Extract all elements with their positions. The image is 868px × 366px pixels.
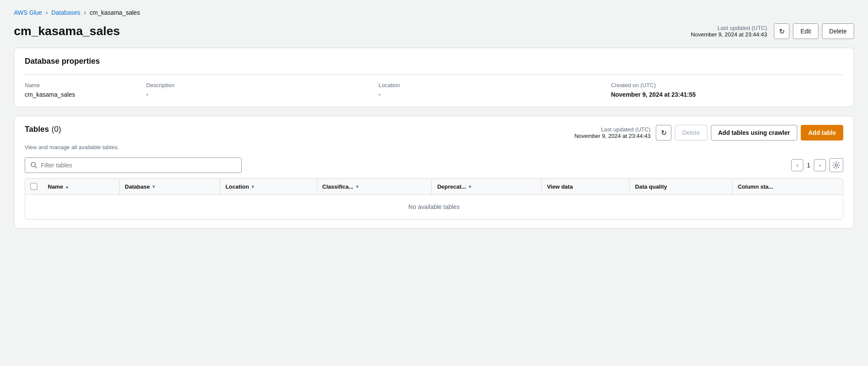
col-deprecated-sort-icon: ▼ bbox=[468, 184, 472, 189]
table-settings-button[interactable] bbox=[829, 158, 843, 172]
header-delete-button[interactable]: Delete bbox=[822, 23, 854, 39]
page-title: cm_kasama_sales bbox=[14, 24, 120, 38]
tables-card: Tables (0) Last updated (UTC) November 9… bbox=[14, 116, 854, 229]
prop-location-value: - bbox=[378, 91, 600, 98]
prop-name-label: Name bbox=[25, 82, 136, 88]
header-actions: Last updated (UTC) November 9, 2024 at 2… bbox=[691, 23, 854, 39]
table-select-all-cell[interactable] bbox=[25, 179, 43, 195]
tables-actions: Last updated (UTC) November 9, 2024 at 2… bbox=[574, 125, 843, 141]
col-classification-label: Classifica... bbox=[322, 183, 354, 190]
col-viewdata-label: View data bbox=[547, 183, 573, 190]
prop-description-col: Description - bbox=[146, 82, 378, 98]
col-database[interactable]: Database ▼ bbox=[119, 179, 220, 195]
tables-subtitle: View and manage all available tables. bbox=[25, 144, 843, 150]
search-row: ‹ 1 › bbox=[25, 157, 843, 173]
header-last-updated: Last updated (UTC) November 9, 2024 at 2… bbox=[691, 25, 767, 38]
search-input[interactable] bbox=[41, 162, 236, 169]
col-name-label: Name bbox=[48, 183, 63, 190]
col-columnstats-label: Column sta... bbox=[738, 183, 773, 190]
breadcrumb-aws-glue-link[interactable]: AWS Glue bbox=[14, 9, 42, 16]
table-header-row: Name ▲ Database ▼ Locati bbox=[25, 179, 843, 195]
pagination-prev-button[interactable]: ‹ bbox=[791, 159, 803, 171]
search-icon bbox=[30, 162, 37, 169]
tables-last-updated-value: November 9, 2024 at 23:44:43 bbox=[574, 133, 651, 139]
select-all-checkbox[interactable] bbox=[30, 183, 37, 190]
col-columnstats: Column sta... bbox=[732, 179, 843, 195]
properties-grid: Name cm_kasama_sales Description - Locat… bbox=[25, 75, 843, 98]
col-database-sort-icon: ▼ bbox=[151, 184, 156, 189]
prop-created-label: Created on (UTC) bbox=[611, 82, 833, 88]
col-location-sort-icon: ▼ bbox=[251, 184, 255, 189]
prop-name-value: cm_kasama_sales bbox=[25, 91, 136, 98]
col-deprecated-label: Deprecat... bbox=[437, 183, 466, 190]
gear-icon bbox=[832, 161, 840, 169]
col-name[interactable]: Name ▲ bbox=[43, 179, 119, 195]
col-classification[interactable]: Classifica... ▼ bbox=[317, 179, 432, 195]
tables-count: (0) bbox=[52, 125, 61, 134]
tables-card-header: Tables (0) Last updated (UTC) November 9… bbox=[25, 125, 843, 141]
col-dataquality: Data quality bbox=[630, 179, 733, 195]
prop-created-col: Created on (UTC) November 9, 2024 at 23:… bbox=[611, 82, 843, 98]
breadcrumb-separator-2: › bbox=[84, 9, 86, 16]
pagination-controls: ‹ 1 › bbox=[791, 158, 843, 172]
col-viewdata: View data bbox=[542, 179, 630, 195]
breadcrumb-current: cm_kasama_sales bbox=[89, 9, 140, 16]
header-last-updated-label: Last updated (UTC) bbox=[691, 25, 767, 31]
col-name-sort-asc-icon: ▲ bbox=[65, 184, 69, 189]
col-location-label: Location bbox=[225, 183, 249, 190]
tables-title: Tables bbox=[25, 125, 49, 134]
col-database-label: Database bbox=[125, 183, 150, 190]
breadcrumb-databases-link[interactable]: Databases bbox=[51, 9, 80, 16]
refresh-icon: ↻ bbox=[779, 27, 785, 36]
col-dataquality-label: Data quality bbox=[635, 183, 667, 190]
tables-delete-button[interactable]: Delete bbox=[675, 125, 707, 141]
breadcrumb: AWS Glue › Databases › cm_kasama_sales bbox=[14, 9, 854, 16]
search-box[interactable] bbox=[25, 157, 242, 173]
database-properties-title: Database properties bbox=[25, 57, 843, 66]
header-edit-button[interactable]: Edit bbox=[793, 23, 818, 39]
prop-location-col: Location - bbox=[378, 82, 611, 98]
page-header: cm_kasama_sales Last updated (UTC) Novem… bbox=[14, 23, 854, 39]
tables-refresh-icon: ↻ bbox=[661, 129, 667, 137]
add-tables-crawler-button[interactable]: Add tables using crawler bbox=[711, 125, 798, 141]
col-deprecated[interactable]: Deprecat... ▼ bbox=[432, 179, 542, 195]
col-location[interactable]: Location ▼ bbox=[220, 179, 317, 195]
no-data-message: No available tables bbox=[25, 195, 843, 219]
tables-title-area: Tables (0) bbox=[25, 125, 61, 134]
prop-created-value: November 9, 2024 at 23:41:55 bbox=[611, 91, 833, 98]
header-last-updated-value: November 9, 2024 at 23:44:43 bbox=[691, 31, 767, 38]
tables-data-container: Name ▲ Database ▼ Locati bbox=[25, 178, 843, 219]
prop-name-col: Name cm_kasama_sales bbox=[25, 82, 146, 98]
tables-data-table: Name ▲ Database ▼ Locati bbox=[25, 179, 843, 219]
tables-last-updated-label: Last updated (UTC) bbox=[574, 126, 651, 133]
prop-description-value: - bbox=[146, 91, 368, 98]
prop-description-label: Description bbox=[146, 82, 368, 88]
tables-last-updated: Last updated (UTC) November 9, 2024 at 2… bbox=[574, 126, 651, 139]
no-data-row: No available tables bbox=[25, 195, 843, 219]
svg-line-1 bbox=[35, 167, 37, 168]
breadcrumb-separator-1: › bbox=[46, 9, 48, 16]
col-classification-sort-icon: ▼ bbox=[355, 184, 359, 189]
add-table-button[interactable]: Add table bbox=[801, 125, 843, 141]
pagination-next-button[interactable]: › bbox=[814, 159, 826, 171]
svg-point-2 bbox=[835, 164, 838, 167]
database-properties-card: Database properties Name cm_kasama_sales… bbox=[14, 48, 854, 107]
prop-location-label: Location bbox=[378, 82, 600, 88]
header-refresh-button[interactable]: ↻ bbox=[774, 23, 789, 39]
tables-refresh-button[interactable]: ↻ bbox=[656, 125, 671, 141]
pagination-page-number: 1 bbox=[807, 162, 810, 169]
